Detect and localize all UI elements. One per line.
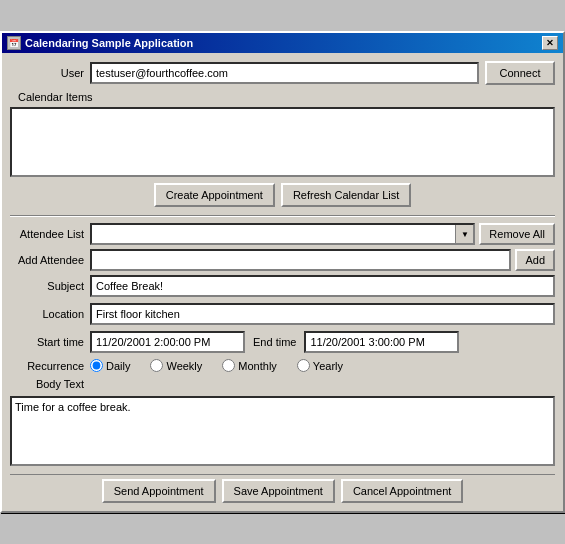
cancel-appointment-button[interactable]: Cancel Appointment xyxy=(341,479,463,503)
remove-all-button[interactable]: Remove All xyxy=(479,223,555,245)
footer-btn-row: Send Appointment Save Appointment Cancel… xyxy=(10,474,555,503)
attendee-list-combo[interactable]: ▼ xyxy=(90,223,475,245)
recurrence-label: Recurrence xyxy=(10,360,90,372)
save-appointment-button[interactable]: Save Appointment xyxy=(222,479,335,503)
user-row: User Connect xyxy=(10,61,555,85)
radio-monthly[interactable] xyxy=(222,359,235,372)
radio-weekly[interactable] xyxy=(150,359,163,372)
calendar-btn-row: Create Appointment Refresh Calendar List xyxy=(10,183,555,207)
start-time-input[interactable] xyxy=(90,331,245,353)
user-label: User xyxy=(10,67,90,79)
create-appointment-button[interactable]: Create Appointment xyxy=(154,183,275,207)
window-title: Calendaring Sample Application xyxy=(25,37,193,49)
end-time-label: End time xyxy=(245,336,304,348)
subject-row: Subject xyxy=(10,275,555,297)
close-button[interactable]: ✕ xyxy=(542,36,558,50)
calendar-items-label: Calendar Items xyxy=(10,91,555,103)
divider1 xyxy=(10,215,555,217)
body-text-row: Body Text xyxy=(10,378,555,390)
attendee-list-input[interactable] xyxy=(92,225,455,243)
end-time-input[interactable] xyxy=(304,331,459,353)
window-body: User Connect Calendar Items Create Appoi… xyxy=(2,53,563,511)
attendee-list-label: Attendee List xyxy=(10,228,90,240)
add-attendee-input[interactable] xyxy=(90,249,511,271)
subject-label: Subject xyxy=(10,280,90,292)
add-button[interactable]: Add xyxy=(515,249,555,271)
user-input[interactable] xyxy=(90,62,479,84)
location-row: Location xyxy=(10,303,555,325)
body-text-wrapper: Time for a coffee break. xyxy=(10,396,555,474)
body-text-input[interactable]: Time for a coffee break. xyxy=(10,396,555,466)
connect-button[interactable]: Connect xyxy=(485,61,555,85)
location-label: Location xyxy=(10,308,90,320)
start-time-label: Start time xyxy=(10,336,90,348)
title-bar: 📅 Calendaring Sample Application ✕ xyxy=(2,33,563,53)
refresh-calendar-button[interactable]: Refresh Calendar List xyxy=(281,183,411,207)
add-attendee-label: Add Attendee xyxy=(10,254,90,266)
send-appointment-button[interactable]: Send Appointment xyxy=(102,479,216,503)
location-input[interactable] xyxy=(90,303,555,325)
recurrence-weekly[interactable]: Weekly xyxy=(150,359,202,372)
recurrence-daily[interactable]: Daily xyxy=(90,359,130,372)
title-bar-left: 📅 Calendaring Sample Application xyxy=(7,36,193,50)
add-attendee-row: Add Attendee Add xyxy=(10,249,555,271)
recurrence-row: Recurrence Daily Weekly Monthly Yearly xyxy=(10,359,555,372)
body-text-label: Body Text xyxy=(10,378,90,390)
recurrence-radio-group: Daily Weekly Monthly Yearly xyxy=(90,359,555,372)
attendee-list-arrow[interactable]: ▼ xyxy=(455,225,473,243)
recurrence-yearly[interactable]: Yearly xyxy=(297,359,343,372)
calendar-list-box[interactable] xyxy=(10,107,555,177)
subject-input[interactable] xyxy=(90,275,555,297)
radio-daily[interactable] xyxy=(90,359,103,372)
attendee-list-row: Attendee List ▼ Remove All xyxy=(10,223,555,245)
main-window: 📅 Calendaring Sample Application ✕ User … xyxy=(0,31,565,513)
time-row: Start time End time xyxy=(10,331,555,353)
recurrence-monthly[interactable]: Monthly xyxy=(222,359,277,372)
app-icon: 📅 xyxy=(7,36,21,50)
radio-yearly[interactable] xyxy=(297,359,310,372)
